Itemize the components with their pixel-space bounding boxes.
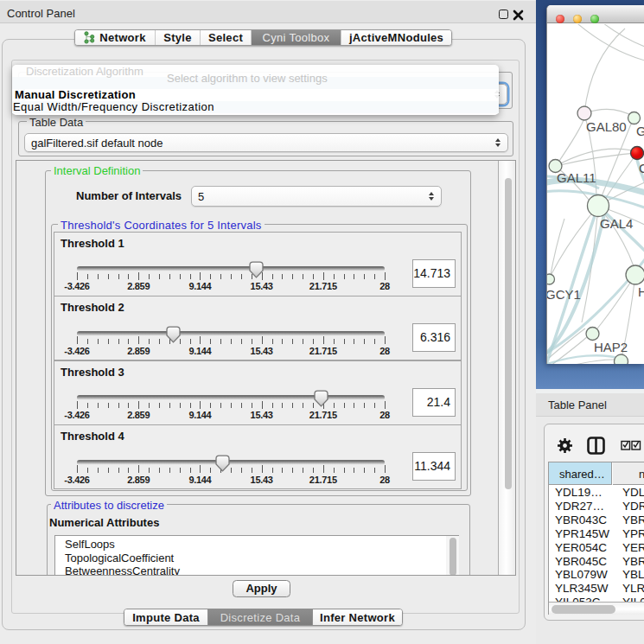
svg-text:C: C [639, 161, 644, 175]
svg-text:HAP2: HAP2 [594, 340, 628, 354]
svg-text:GCY1: GCY1 [547, 287, 581, 302]
svg-text:G: G [636, 124, 644, 138]
svg-text:GAL4: GAL4 [600, 216, 633, 231]
svg-text:GAL11: GAL11 [557, 170, 596, 185]
svg-text:GAL80: GAL80 [586, 119, 627, 134]
svg-text:H: H [638, 284, 644, 299]
